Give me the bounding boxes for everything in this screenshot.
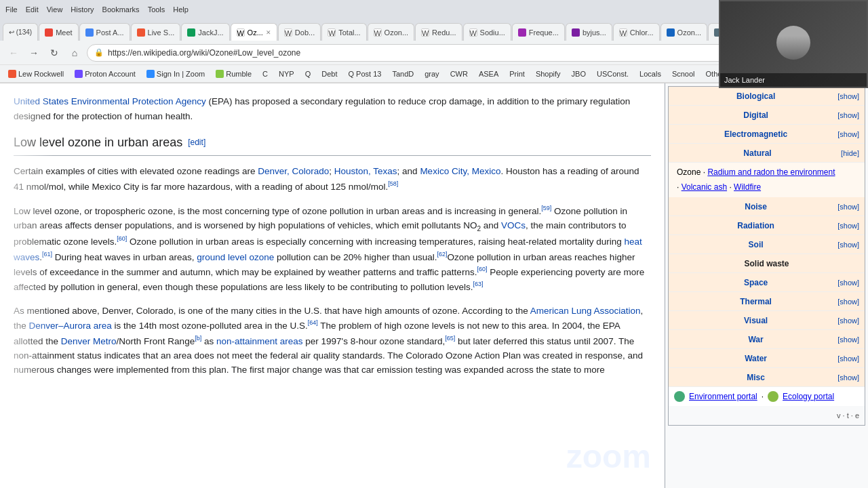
ref-62[interactable]: [62] — [437, 251, 447, 258]
noise-show[interactable]: [show] — [837, 203, 859, 211]
ref-64[interactable]: [64] — [308, 319, 318, 326]
menu-file[interactable]: File — [5, 5, 18, 14]
bookmark-locals[interactable]: Locals — [637, 68, 664, 79]
ozone-volcanic-link[interactable]: Volcanic ash — [682, 182, 727, 192]
tab-meet[interactable]: Meet — [39, 23, 78, 41]
menu-bookmarks[interactable]: Bookmarks — [102, 5, 140, 14]
digital-show[interactable]: [show] — [837, 111, 859, 119]
bookmark-c[interactable]: C — [260, 68, 271, 79]
tab-total[interactable]: W Total... — [321, 23, 366, 41]
tab-chlor[interactable]: W Chlor... — [613, 23, 660, 41]
water-show[interactable]: [show] — [837, 354, 859, 363]
bookmark-shopify[interactable]: Shopify — [533, 68, 564, 79]
tab-post[interactable]: Post A... — [79, 23, 130, 41]
denver-aurora-link[interactable]: Denver–Aurora area — [29, 321, 112, 331]
ref-60a[interactable]: [60] — [117, 235, 127, 242]
tab-ozone-active[interactable]: W Oz... ✕ — [231, 23, 277, 41]
electromagnetic-show[interactable]: [show] — [837, 130, 859, 138]
bookmark-print[interactable]: Print — [507, 68, 528, 79]
bookmark-gray[interactable]: gray — [422, 68, 441, 79]
tab-ozon3[interactable]: Ozon... — [660, 23, 707, 41]
thermal-show[interactable]: [show] — [837, 298, 859, 306]
ref-61[interactable]: [61] — [42, 251, 52, 258]
mexico-link[interactable]: Mexico City, Mexico — [420, 166, 500, 176]
bookmark-nyp[interactable]: NYP — [276, 68, 297, 79]
tab-jack[interactable]: JackJ... — [181, 23, 229, 41]
menu-bar[interactable]: File Edit View History Bookmarks Tools H… — [5, 5, 189, 14]
bookmark-tandd[interactable]: TandD — [389, 68, 416, 79]
edit-link[interactable]: [edit] — [188, 136, 205, 149]
ref-b[interactable]: [b] — [195, 335, 201, 342]
bookmark-lew[interactable]: Lew Rockwell — [5, 68, 66, 79]
ala-link[interactable]: American Lung Association — [530, 306, 641, 316]
reload-button[interactable]: ↻ — [46, 45, 62, 61]
bookmark-debt[interactable]: Debt — [319, 68, 340, 79]
biological-show[interactable]: [show] — [837, 92, 859, 100]
tab-live[interactable]: Live S... — [131, 23, 181, 41]
tab-ozon2[interactable]: W Ozon... — [368, 23, 414, 41]
natural-label: Natural — [674, 148, 841, 158]
tab-label: JackJ... — [198, 28, 223, 37]
bookmark-usconst[interactable]: USConst. — [594, 68, 631, 79]
tab-dob[interactable]: W Dob... — [278, 23, 321, 41]
environment-portal-link[interactable]: Environment portal — [689, 392, 757, 401]
houston-link[interactable]: Houston, Texas — [334, 166, 397, 176]
bookmark-label: Scnool — [672, 70, 695, 78]
bookmark-label: NYP — [279, 70, 294, 78]
menu-view[interactable]: View — [47, 5, 63, 14]
bookmark-asea[interactable]: ASEA — [476, 68, 501, 79]
tab-freq[interactable]: Freque... — [512, 23, 565, 41]
ground-ozone-link[interactable]: ground level ozone — [197, 251, 274, 262]
bookmark-q[interactable]: Q — [302, 68, 314, 79]
forward-button[interactable]: → — [26, 45, 42, 61]
visual-show[interactable]: [show] — [837, 317, 859, 325]
tab-counter[interactable]: ↩ (134) — [3, 23, 38, 41]
bookmark-school[interactable]: Scnool — [669, 68, 698, 79]
menu-edit[interactable]: Edit — [26, 5, 39, 14]
ref-59[interactable]: [59] — [541, 205, 551, 211]
ecology-portal-link[interactable]: Ecology portal — [783, 392, 834, 401]
tab-label: Freque... — [529, 28, 559, 37]
home-button[interactable]: ⌂ — [66, 45, 83, 61]
denver-link[interactable]: Denver, Colorado — [258, 166, 329, 176]
vte-label: v · t · e — [837, 411, 859, 420]
bookmark-zoom[interactable]: Sign In | Zoom — [144, 68, 208, 79]
natural-hide[interactable]: [hide] — [841, 149, 859, 157]
ozone-radium-link[interactable]: Radium and radon the environment — [707, 167, 835, 177]
solid-waste-label: Solid waste — [674, 259, 859, 268]
tab-label: Chlor... — [630, 28, 654, 37]
edit-anchor[interactable]: edit — [191, 138, 203, 147]
epa-link[interactable]: United States Environmental Protection A… — [14, 96, 206, 106]
tab-sodi[interactable]: W Sodiu... — [463, 23, 511, 41]
back-button[interactable]: ← — [5, 45, 22, 61]
bookmark-label: ASEA — [479, 70, 498, 78]
non-attainment-link[interactable]: non-attainment areas — [216, 336, 303, 346]
vocs-link[interactable]: VOCs — [501, 220, 526, 230]
ozone-wildfire-link[interactable]: Wildfire — [734, 182, 761, 192]
bookmark-qpost[interactable]: Q Post 13 — [346, 68, 384, 79]
ref-63[interactable]: [63] — [473, 281, 483, 287]
menu-tools[interactable]: Tools — [148, 5, 165, 14]
radiation-show[interactable]: [show] — [837, 222, 859, 230]
bookmark-jbo[interactable]: JBO — [569, 68, 589, 79]
bookmark-rumble[interactable]: Rumble — [213, 68, 254, 79]
tab-close-icon[interactable]: ✕ — [266, 29, 271, 36]
ref-60b[interactable]: [60] — [477, 266, 487, 272]
tab-redu[interactable]: W Redu... — [415, 23, 462, 41]
address-bar[interactable]: 🔒 https://en.wikipedia.org/wiki/Ozone#Lo… — [87, 44, 822, 62]
environment-portal-icon — [674, 391, 685, 402]
war-show[interactable]: [show] — [837, 336, 859, 344]
menu-help[interactable]: Help — [173, 5, 189, 14]
ref-58[interactable]: [58] — [388, 180, 398, 187]
bookmark-label: JBO — [572, 70, 586, 78]
heat-waves-link[interactable]: heat waves — [14, 237, 642, 262]
bookmark-cwr[interactable]: CWR — [448, 68, 471, 79]
bookmark-proton[interactable]: Proton Account — [72, 68, 138, 79]
ref-65[interactable]: [65] — [445, 335, 455, 342]
menu-history[interactable]: History — [71, 5, 94, 14]
misc-show[interactable]: [show] — [837, 373, 859, 382]
denver-metro-link[interactable]: Denver Metro — [61, 336, 117, 346]
soil-show[interactable]: [show] — [837, 241, 859, 249]
tab-byju[interactable]: byjus... — [566, 23, 612, 41]
space-show[interactable]: [show] — [837, 279, 859, 287]
